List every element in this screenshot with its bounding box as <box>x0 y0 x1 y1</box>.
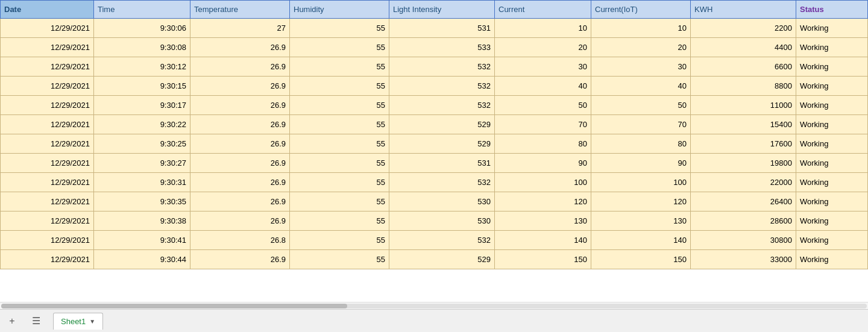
cell-time[interactable]: 9:30:44 <box>94 250 190 269</box>
cell-temperature[interactable]: 26.9 <box>190 192 290 211</box>
cell-current-iot[interactable]: 90 <box>591 154 691 173</box>
cell-temperature[interactable]: 26.9 <box>190 134 290 154</box>
cell-current-iot[interactable]: 150 <box>591 250 691 269</box>
cell-temperature[interactable]: 26.9 <box>190 77 290 96</box>
cell-temperature[interactable]: 26.9 <box>190 96 290 115</box>
cell-current[interactable]: 80 <box>495 134 591 154</box>
cell-date[interactable]: 12/29/2021 <box>1 96 94 115</box>
sheet-menu-button[interactable]: ☰ <box>29 314 43 328</box>
cell-kwh[interactable]: 28600 <box>691 211 796 231</box>
cell-light[interactable]: 532 <box>389 173 495 192</box>
cell-time[interactable]: 9:30:27 <box>94 154 190 173</box>
cell-humidity[interactable]: 55 <box>290 192 389 211</box>
cell-status[interactable]: Working <box>796 19 868 38</box>
cell-current[interactable]: 150 <box>495 250 591 269</box>
cell-humidity[interactable]: 55 <box>290 57 389 77</box>
cell-current[interactable]: 30 <box>495 57 591 77</box>
cell-date[interactable]: 12/29/2021 <box>1 57 94 77</box>
cell-temperature[interactable]: 26.9 <box>190 115 290 134</box>
header-time[interactable]: Time <box>94 1 190 19</box>
cell-current[interactable]: 20 <box>495 38 591 57</box>
cell-kwh[interactable]: 2200 <box>691 19 796 38</box>
cell-humidity[interactable]: 55 <box>290 115 389 134</box>
cell-status[interactable]: Working <box>796 115 868 134</box>
cell-status[interactable]: Working <box>796 134 868 154</box>
cell-light[interactable]: 529 <box>389 134 495 154</box>
cell-time[interactable]: 9:30:12 <box>94 57 190 77</box>
cell-light[interactable]: 529 <box>389 115 495 134</box>
cell-kwh[interactable]: 15400 <box>691 115 796 134</box>
cell-temperature[interactable]: 26.9 <box>190 57 290 77</box>
cell-temperature[interactable]: 27 <box>190 19 290 38</box>
cell-kwh[interactable]: 8800 <box>691 77 796 96</box>
cell-time[interactable]: 9:30:08 <box>94 38 190 57</box>
cell-status[interactable]: Working <box>796 96 868 115</box>
cell-temperature[interactable]: 26.8 <box>190 231 290 250</box>
cell-light[interactable]: 532 <box>389 77 495 96</box>
cell-status[interactable]: Working <box>796 211 868 231</box>
add-sheet-button[interactable]: + <box>5 314 19 328</box>
cell-humidity[interactable]: 55 <box>290 38 389 57</box>
cell-humidity[interactable]: 55 <box>290 250 389 269</box>
cell-temperature[interactable]: 26.9 <box>190 154 290 173</box>
cell-current-iot[interactable]: 20 <box>591 38 691 57</box>
cell-current-iot[interactable]: 40 <box>591 77 691 96</box>
cell-temperature[interactable]: 26.9 <box>190 211 290 231</box>
cell-light[interactable]: 531 <box>389 19 495 38</box>
cell-kwh[interactable]: 4400 <box>691 38 796 57</box>
cell-date[interactable]: 12/29/2021 <box>1 192 94 211</box>
cell-time[interactable]: 9:30:35 <box>94 192 190 211</box>
cell-current[interactable]: 90 <box>495 154 591 173</box>
cell-current-iot[interactable]: 80 <box>591 134 691 154</box>
cell-current-iot[interactable]: 10 <box>591 19 691 38</box>
cell-humidity[interactable]: 55 <box>290 211 389 231</box>
cell-kwh[interactable]: 22000 <box>691 173 796 192</box>
cell-current-iot[interactable]: 30 <box>591 57 691 77</box>
cell-kwh[interactable]: 6600 <box>691 57 796 77</box>
header-light-intensity[interactable]: Light Intensity <box>389 1 495 19</box>
cell-kwh[interactable]: 19800 <box>691 154 796 173</box>
cell-light[interactable]: 532 <box>389 57 495 77</box>
cell-humidity[interactable]: 55 <box>290 96 389 115</box>
cell-light[interactable]: 530 <box>389 211 495 231</box>
cell-date[interactable]: 12/29/2021 <box>1 211 94 231</box>
header-current-iot[interactable]: Current(IoT) <box>591 1 691 19</box>
cell-status[interactable]: Working <box>796 57 868 77</box>
cell-light[interactable]: 532 <box>389 96 495 115</box>
cell-humidity[interactable]: 55 <box>290 154 389 173</box>
header-temperature[interactable]: Temperature <box>190 1 290 19</box>
cell-current[interactable]: 40 <box>495 77 591 96</box>
cell-kwh[interactable]: 26400 <box>691 192 796 211</box>
cell-current[interactable]: 50 <box>495 96 591 115</box>
header-date[interactable]: Date <box>1 1 94 19</box>
cell-current[interactable]: 100 <box>495 173 591 192</box>
cell-time[interactable]: 9:30:31 <box>94 173 190 192</box>
cell-time[interactable]: 9:30:06 <box>94 19 190 38</box>
cell-current-iot[interactable]: 140 <box>591 231 691 250</box>
scrollbar-track[interactable] <box>1 304 867 309</box>
cell-time[interactable]: 9:30:15 <box>94 77 190 96</box>
cell-humidity[interactable]: 55 <box>290 231 389 250</box>
cell-status[interactable]: Working <box>796 173 868 192</box>
cell-temperature[interactable]: 26.9 <box>190 250 290 269</box>
cell-current-iot[interactable]: 50 <box>591 96 691 115</box>
cell-humidity[interactable]: 55 <box>290 173 389 192</box>
cell-light[interactable]: 530 <box>389 192 495 211</box>
cell-light[interactable]: 529 <box>389 250 495 269</box>
cell-status[interactable]: Working <box>796 231 868 250</box>
cell-time[interactable]: 9:30:25 <box>94 134 190 154</box>
cell-current[interactable]: 70 <box>495 115 591 134</box>
cell-current-iot[interactable]: 100 <box>591 173 691 192</box>
cell-date[interactable]: 12/29/2021 <box>1 154 94 173</box>
cell-light[interactable]: 531 <box>389 154 495 173</box>
cell-light[interactable]: 533 <box>389 38 495 57</box>
cell-temperature[interactable]: 26.9 <box>190 38 290 57</box>
cell-status[interactable]: Working <box>796 192 868 211</box>
cell-date[interactable]: 12/29/2021 <box>1 134 94 154</box>
header-status[interactable]: Status <box>796 1 868 19</box>
cell-humidity[interactable]: 55 <box>290 77 389 96</box>
cell-kwh[interactable]: 11000 <box>691 96 796 115</box>
cell-time[interactable]: 9:30:38 <box>94 211 190 231</box>
cell-status[interactable]: Working <box>796 250 868 269</box>
cell-date[interactable]: 12/29/2021 <box>1 231 94 250</box>
